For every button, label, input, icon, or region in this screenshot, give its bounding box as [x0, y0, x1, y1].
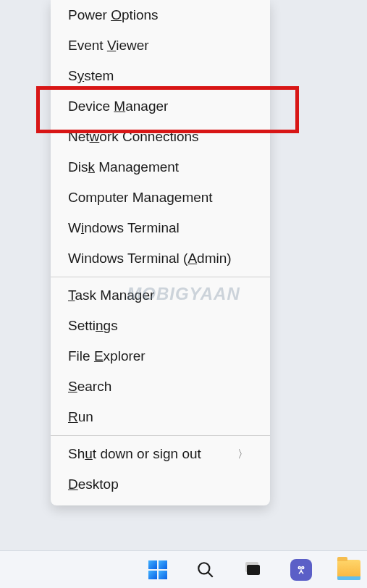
menu-task-manager[interactable]: Task Manager	[51, 280, 270, 311]
file-explorer-button[interactable]	[334, 555, 363, 584]
windows-logo-icon	[148, 560, 167, 579]
chevron-right-icon: 〉	[237, 448, 248, 461]
menu-item-label: Settings	[68, 318, 118, 334]
menu-system[interactable]: System	[51, 61, 270, 91]
menu-item-label: Shut down or sign out	[68, 446, 201, 462]
menu-item-label: Search	[68, 379, 111, 395]
svg-line-1	[208, 572, 213, 577]
taskbar	[0, 550, 367, 588]
menu-run[interactable]: Run	[51, 402, 270, 432]
menu-item-label: Desktop	[68, 476, 119, 492]
search-icon	[196, 560, 215, 579]
menu-windows-terminal[interactable]: Windows Terminal	[51, 213, 270, 243]
menu-windows-terminal-admin[interactable]: Windows Terminal (Admin)	[51, 243, 270, 274]
menu-item-label: Run	[68, 409, 93, 425]
menu-item-label: Power Options	[68, 7, 159, 23]
chat-icon	[290, 559, 312, 581]
menu-item-label: Event Viewer	[68, 38, 149, 54]
menu-separator	[51, 277, 270, 277]
task-view-button[interactable]	[239, 555, 268, 584]
menu-shutdown-signout[interactable]: Shut down or sign out〉	[51, 439, 270, 469]
menu-computer-management[interactable]: Computer Management	[51, 182, 270, 213]
start-button[interactable]	[143, 555, 172, 584]
taskbar-search-button[interactable]	[191, 555, 220, 584]
menu-desktop[interactable]: Desktop	[51, 469, 270, 500]
folder-icon	[337, 560, 360, 580]
menu-item-label: Device Manager	[68, 98, 168, 114]
menu-item-label: Disk Management	[68, 159, 179, 175]
svg-point-3	[302, 566, 304, 568]
menu-separator	[51, 435, 270, 436]
task-view-icon	[244, 560, 263, 579]
menu-item-label: Windows Terminal	[68, 220, 180, 236]
menu-search[interactable]: Search	[51, 371, 270, 402]
svg-point-2	[298, 566, 300, 568]
menu-item-label: File Explorer	[68, 348, 145, 364]
menu-event-viewer[interactable]: Event Viewer	[51, 30, 270, 61]
svg-point-0	[198, 563, 209, 574]
menu-power-options[interactable]: Power Options	[51, 0, 270, 30]
menu-item-label: System	[68, 68, 114, 84]
menu-disk-management[interactable]: Disk Management	[51, 152, 270, 182]
menu-network-connections[interactable]: Network Connections	[51, 122, 270, 152]
menu-device-manager[interactable]: Device Manager	[51, 91, 270, 122]
menu-item-label: Computer Management	[68, 190, 213, 206]
menu-settings[interactable]: Settings	[51, 311, 270, 341]
menu-item-label: Network Connections	[68, 129, 199, 145]
menu-item-label: Task Manager	[68, 287, 154, 303]
chat-button[interactable]	[287, 555, 316, 584]
winx-context-menu: Power OptionsEvent ViewerSystemDevice Ma…	[51, 0, 270, 505]
menu-file-explorer[interactable]: File Explorer	[51, 341, 270, 371]
menu-item-label: Windows Terminal (Admin)	[68, 251, 232, 266]
